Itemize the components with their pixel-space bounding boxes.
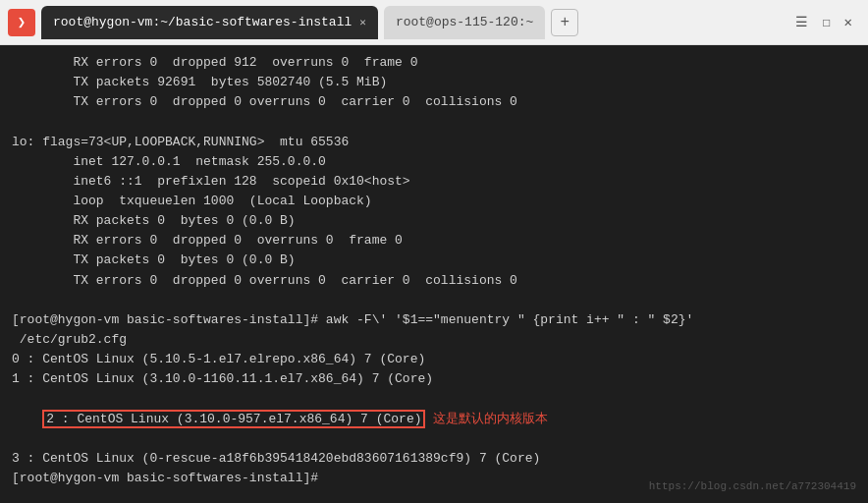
line-15: 0 : CentOS Linux (5.10.5-1.el7.elrepo.x8…: [12, 350, 856, 369]
line-11: TX errors 0 dropped 0 overruns 0 carrier…: [12, 271, 856, 291]
title-bar: ❯ root@hygon-vm:~/basic-softwares-instal…: [0, 0, 868, 45]
minimize-icon[interactable]: ☐: [822, 14, 830, 30]
line-4: lo: flags=73<UP,LOOPBACK,RUNNING> mtu 65…: [12, 133, 856, 152]
window-controls: ☰ ☐ ✕: [795, 14, 860, 30]
line-8: RX packets 0 bytes 0 (0.0 B): [12, 211, 856, 231]
terminal-window[interactable]: RX errors 0 dropped 912 overruns 0 frame…: [0, 45, 868, 503]
new-tab-button[interactable]: +: [551, 9, 578, 36]
line-highlight: 2 : CentOS Linux (3.10.0-957.el7.x86_64)…: [12, 389, 856, 448]
line-18: 3 : CentOS Linux (0-rescue-a18f6b3954184…: [12, 449, 856, 469]
menu-icon[interactable]: ☰: [795, 14, 808, 30]
line-7: loop txqueuelen 1000 (Local Loopback): [12, 192, 856, 211]
line-5: inet 127.0.0.1 netmask 255.0.0.0: [12, 152, 856, 172]
tab-close-icon[interactable]: ✕: [359, 16, 366, 28]
line-10: TX packets 0 bytes 0 (0.0 B): [12, 251, 856, 270]
line-3: [12, 112, 856, 132]
line-9: RX errors 0 dropped 0 overruns 0 frame 0: [12, 231, 856, 251]
line-14: /etc/grub2.cfg: [12, 330, 856, 350]
title-bar-left: ❯ root@hygon-vm:~/basic-softwares-instal…: [8, 6, 795, 39]
annotation-text: 这是默认的内核版本: [433, 412, 548, 426]
highlight-text: 2 : CentOS Linux (3.10.0-957.el7.x86_64)…: [42, 410, 425, 428]
line-0: RX errors 0 dropped 912 overruns 0 frame…: [12, 53, 856, 73]
line-13: [root@hygon-vm basic-softwares-install]#…: [12, 310, 856, 330]
line-1: TX packets 92691 bytes 5802740 (5.5 MiB): [12, 73, 856, 92]
tab-inactive[interactable]: root@ops-115-120:~: [384, 6, 545, 39]
tab-inactive-label: root@ops-115-120:~: [396, 15, 533, 29]
app-icon: ❯: [8, 9, 35, 36]
close-icon[interactable]: ✕: [844, 14, 852, 30]
tab-active[interactable]: root@hygon-vm:~/basic-softwares-install …: [41, 6, 378, 39]
line-12: [12, 291, 856, 310]
tab-active-label: root@hygon-vm:~/basic-softwares-install: [53, 15, 352, 29]
watermark: https://blog.csdn.net/a772304419: [649, 478, 856, 495]
line-6: inet6 ::1 prefixlen 128 scopeid 0x10<hos…: [12, 172, 856, 192]
line-2: TX errors 0 dropped 0 overruns 0 carrier…: [12, 92, 856, 112]
line-16: 1 : CentOS Linux (3.10.0-1160.11.1.el7.x…: [12, 369, 856, 389]
